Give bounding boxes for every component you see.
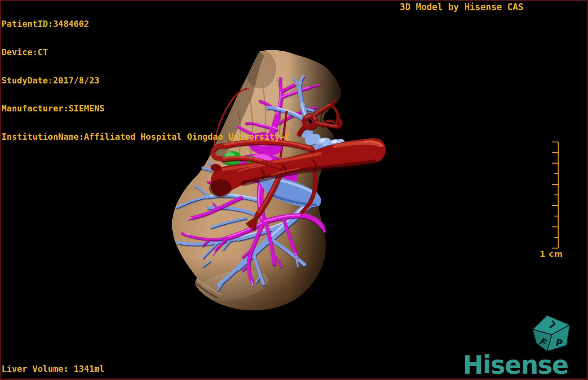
cas-3d-viewer-window: 1 cm F L P Hisense PatientID:3484602 Dev…	[0, 0, 588, 380]
manufacturer-line: Manufacturer:SIEMENS	[1, 104, 290, 113]
scale-ruler-label: 1 cm	[540, 249, 563, 259]
artery-stub	[211, 164, 221, 171]
patient-id-line: PatientID:3484602	[1, 19, 290, 29]
institution-line: InstitutionName:Affiliated Hospital Qing…	[1, 132, 290, 142]
liver-volume-label: Liver Volume: 1341ml	[1, 364, 105, 374]
patient-info-block: PatientID:3484602 Device:CT StudyDate:20…	[1, 1, 290, 160]
device-line: Device:CT	[1, 48, 290, 57]
viewer-title: 3D Model by Hisense CAS	[400, 2, 523, 12]
study-date-line: StudyDate:2017/8/23	[1, 76, 290, 85]
orientation-cube[interactable]: F L P	[533, 315, 570, 351]
hisense-wordmark: Hisense	[463, 351, 568, 380]
scale-ruler	[552, 142, 558, 248]
